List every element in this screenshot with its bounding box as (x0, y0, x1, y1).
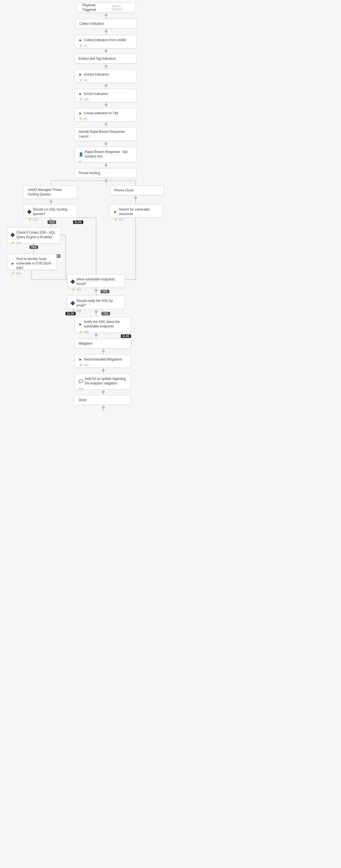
svg-point-41 (95, 310, 98, 313)
should-run-xql-label: Should run XQL hunting queries? (33, 207, 73, 216)
enrich-indicators-node[interactable]: ► Enrich Indicators ⚡ #30 (75, 89, 136, 102)
check-cortex-badge: #13 (16, 241, 21, 244)
flowchart-canvas: Playbook Triggered Inputs / Outputs Coll… (0, 0, 341, 868)
threat-hunting-node[interactable]: Threat Hunting (75, 168, 136, 178)
were-vulnerable-node[interactable]: Were vulnerable endpoints found? ⚡ #15 (67, 274, 125, 288)
play-icon-8: ► (79, 357, 82, 362)
threat-hunting-label: Threat Hunting (79, 171, 100, 176)
diamond-icon-2 (10, 232, 15, 237)
lightning-icon-2: ⚡ (79, 78, 83, 82)
were-vulnerable-label: Were vulnerable endpoints found? (76, 277, 121, 286)
playbook-triggered-node[interactable]: Playbook Triggered Inputs / Outputs (76, 3, 136, 12)
lightning-icon-11: ⚡ (79, 330, 83, 334)
extract-tag-node[interactable]: Extract and Tag Indicators (75, 54, 136, 63)
create-tim-badge-row: ⚡ #3 (79, 117, 87, 121)
yes-badge-2: YES (30, 245, 38, 249)
play-icon-4: ► (79, 111, 82, 115)
svg-point-43 (95, 334, 98, 336)
lightning-icon-9: ⚡ (71, 287, 75, 291)
play-icon-2: ► (79, 72, 82, 76)
collect-unit42-node[interactable]: ► Collect Indicators from Unit42 ⚡ #1 (75, 35, 136, 49)
else-badge-2: ELSE (66, 312, 76, 315)
svg-point-39 (95, 289, 98, 292)
should-notify-node[interactable]: Should notify the SOC by email? ⚡ #29 (67, 296, 125, 309)
svg-point-7 (105, 65, 107, 67)
search-vulnerable-label: Search for vulnerable resources (119, 207, 159, 216)
unit42-managed-node[interactable]: Unit42 Managed Threat Hunting Queries (24, 185, 77, 199)
search-vulnerable-node[interactable]: ► Search for vulnerable resources ⚡ #17 (109, 204, 163, 218)
hunt-hosts-node[interactable]: ► Hunt to identify hosts vulnerable to C… (7, 254, 57, 270)
search-vulnerable-badge-row: ⚡ #17 (113, 217, 124, 221)
person-icon: 👤 (79, 152, 83, 156)
prisma-cloud-node[interactable]: Prisma Cloud (110, 185, 164, 195)
rapid-breach-badge: #7 (79, 160, 81, 163)
connector-lines (0, 0, 341, 868)
were-vulnerable-badge: #15 (76, 288, 81, 291)
extract-indicators-badge: #4 (84, 79, 87, 82)
done-node[interactable]: Done (75, 395, 131, 405)
rapid-breach-row: 👤 Rapid Breach Response - Set Incident I… (79, 150, 132, 159)
lightning-icon-4: ⚡ (79, 117, 83, 121)
notify-soc-node[interactable]: ► Notify the SOC about the vulnerable en… (75, 317, 131, 333)
hold-update-badge: #23 (79, 388, 83, 390)
svg-point-26 (134, 196, 137, 199)
extract-indicators-badge-row: ⚡ #4 (79, 78, 87, 82)
svg-point-45 (102, 350, 105, 352)
svg-point-49 (102, 391, 105, 393)
svg-point-15 (105, 142, 107, 145)
yes-badge-1: YES (47, 220, 56, 224)
recommended-mit-node[interactable]: ► Recommended Mitigations ⚡ #27 (75, 354, 131, 368)
should-run-xql-row: Should run XQL hunting queries? (28, 207, 73, 216)
lightning-icon-6: ⚡ (113, 217, 118, 221)
hunt-hosts-badge: #14 (16, 272, 21, 275)
lightning-icon-12: ⚡ (79, 363, 83, 367)
mitigation-node[interactable]: Mitigation (75, 339, 131, 348)
hold-update-row: 💬 Hold for an update regarding the endpo… (79, 377, 127, 386)
notify-soc-badge: #28 (84, 331, 89, 334)
create-tim-node[interactable]: ► Create indicators in TIM ⚡ #3 (75, 108, 136, 122)
collect-unit42-badge-row: ⚡ #1 (79, 43, 87, 48)
svg-point-9 (105, 84, 107, 87)
should-run-xql-node[interactable]: Should run XQL hunting queries? ⚡ #12 (24, 204, 77, 218)
svg-point-47 (102, 369, 105, 372)
notify-soc-row: ► Notify the SOC about the vulnerable en… (79, 320, 127, 329)
lightning-icon-5: ⚡ (28, 217, 32, 221)
hold-update-node[interactable]: 💬 Hold for an update regarding the endpo… (75, 374, 131, 390)
check-cortex-badge-row: ⚡ #13 (11, 241, 21, 245)
play-icon-6: ► (11, 261, 15, 266)
svg-point-11 (105, 103, 107, 106)
inputs-outputs-label[interactable]: Inputs / Outputs (112, 4, 130, 11)
hold-update-badge-row: #23 (79, 387, 83, 390)
done-label: Done (79, 398, 87, 402)
check-cortex-node[interactable]: Check if Cortex XDR - XQL Query Engine i… (7, 227, 61, 244)
were-vulnerable-badge-row: ⚡ #15 (71, 287, 81, 291)
recommended-mit-label: Recommended Mitigations (84, 357, 122, 362)
rapid-breach-node[interactable]: 👤 Rapid Breach Response - Set Incident I… (75, 147, 136, 162)
enrich-label: Enrich Indicators (84, 92, 108, 96)
yes-badge-3: YES (101, 290, 109, 293)
should-notify-badge: #29 (76, 310, 81, 313)
rapid-breach-badge-row: #7 (79, 160, 81, 163)
extract-indicators-node[interactable]: ► Extract Indicators ⚡ #4 (75, 69, 136, 83)
playbook-triggered-label: Playbook Triggered (82, 3, 106, 12)
search-vulnerable-row: ► Search for vulnerable resources (113, 207, 159, 216)
else-badge-1: ELSE (73, 220, 83, 224)
play-icon-7: ► (79, 322, 82, 326)
prisma-cloud-label: Prisma Cloud (114, 188, 133, 193)
recommended-mit-badge-row: ⚡ #27 (79, 363, 89, 367)
hold-update-label: Hold for an update regarding the endpoin… (85, 377, 127, 386)
hunt-hosts-badge-row: ⚡ #14 (11, 271, 21, 275)
collect-unit42-row: ► Collect Indicators from Unit42 (79, 38, 126, 42)
create-tim-row: ► Create indicators in TIM (79, 111, 118, 116)
collect-indicators-label: Collect Indicators (79, 22, 104, 26)
recommended-mit-badge: #27 (84, 364, 89, 367)
diamond-icon-1 (27, 209, 32, 214)
svg-point-22 (105, 179, 107, 182)
handle-rapid-node[interactable]: Handle Rapid Breach Response Layout (75, 127, 136, 141)
recommended-mit-row: ► Recommended Mitigations (79, 357, 122, 362)
unit42-managed-label: Unit42 Managed Threat Hunting Queries (28, 188, 73, 197)
diamond-icon-3 (71, 279, 75, 284)
collect-indicators-node[interactable]: Collect Indicators (75, 19, 137, 29)
should-notify-row: Should notify the SOC by email? (71, 299, 121, 308)
create-tim-label: Create indicators in TIM (84, 111, 118, 116)
